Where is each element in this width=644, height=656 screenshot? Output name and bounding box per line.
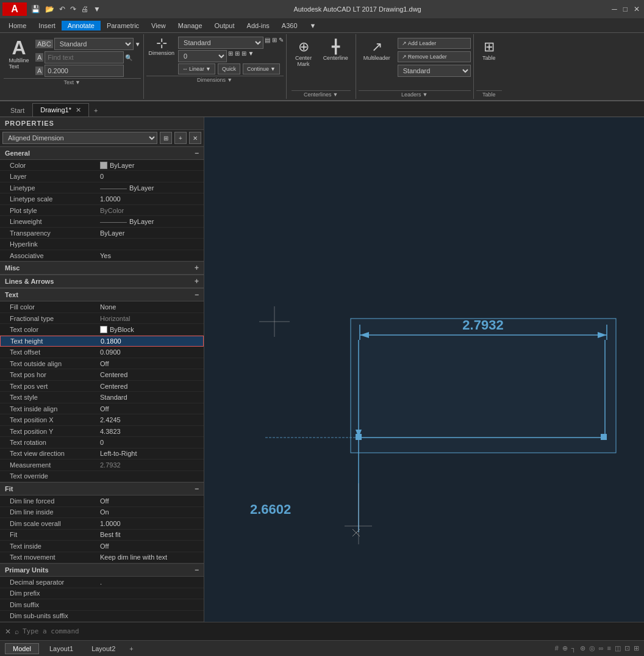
prop-text-outside-align-value[interactable]: Off bbox=[98, 360, 204, 367]
continue-button[interactable]: Continue ▼ bbox=[243, 63, 280, 74]
text-style-dropdown-arrow[interactable]: ▼ bbox=[135, 41, 141, 48]
tab-add[interactable]: + bbox=[89, 104, 102, 117]
prop-btn-grid[interactable]: ⊞ bbox=[160, 132, 172, 144]
status-transparency-icon[interactable]: ◫ bbox=[615, 644, 621, 652]
prop-lineweight-value[interactable]: ———— ByLayer bbox=[98, 218, 204, 225]
table-button[interactable]: ⊞ Table bbox=[477, 38, 501, 62]
grip-bottom-right[interactable] bbox=[601, 434, 607, 440]
status-ortho-icon[interactable]: ┐ bbox=[571, 644, 576, 652]
prop-text-rotation-value[interactable]: 0 bbox=[98, 439, 204, 446]
drawing-canvas[interactable]: 2.7932 2.6602 bbox=[204, 117, 644, 622]
text-section-header[interactable]: Text − bbox=[0, 288, 204, 301]
prop-linetype-value[interactable]: ———— ByLayer bbox=[98, 184, 204, 192]
fit-section-header[interactable]: Fit − bbox=[0, 482, 204, 496]
prop-dim-line-forced-value[interactable]: Off bbox=[98, 497, 204, 505]
status-osnap-icon[interactable]: ◎ bbox=[589, 644, 595, 652]
multileader-button[interactable]: ↗ Multileader bbox=[359, 38, 395, 62]
minimize-btn[interactable]: ─ bbox=[610, 4, 619, 15]
prop-layer-value[interactable]: 0 bbox=[98, 173, 204, 180]
menu-a360[interactable]: A360 bbox=[276, 21, 304, 31]
misc-section-expand[interactable]: + bbox=[195, 264, 199, 272]
prop-text-pos-x-value[interactable]: 2.4245 bbox=[98, 416, 204, 424]
prop-text-pos-vert-value[interactable]: Centered bbox=[98, 383, 204, 390]
prop-text-color-value[interactable]: ByBlock bbox=[98, 326, 204, 333]
prop-color-value[interactable]: ByLayer bbox=[98, 162, 204, 169]
menu-view[interactable]: View bbox=[145, 21, 172, 31]
prop-fill-color-value[interactable]: None bbox=[98, 303, 204, 311]
prop-decimal-separator-value[interactable]: . bbox=[98, 579, 204, 586]
lines-arrows-section-header[interactable]: Lines & Arrows + bbox=[0, 275, 204, 288]
maximize-btn[interactable]: □ bbox=[621, 4, 629, 15]
general-section-collapse[interactable]: − bbox=[195, 149, 199, 157]
status-space-icon[interactable]: ⊞ bbox=[634, 644, 639, 652]
quick-button[interactable]: Quick bbox=[218, 63, 240, 74]
prop-text-style-value[interactable]: Standard bbox=[98, 394, 204, 401]
primary-units-section-header[interactable]: Primary Units − bbox=[0, 563, 204, 577]
leaders-section-label[interactable]: Leaders ▼ bbox=[359, 90, 471, 98]
menu-addins[interactable]: Add-ins bbox=[241, 21, 276, 31]
qa-save[interactable]: 💾 bbox=[29, 4, 42, 15]
status-lineweight-icon[interactable]: ≡ bbox=[607, 644, 611, 652]
qa-open[interactable]: 📂 bbox=[43, 4, 56, 15]
prop-dim-scale-overall-value[interactable]: 1.0000 bbox=[98, 520, 204, 527]
prop-text-height-value[interactable]: 0.1800 bbox=[98, 337, 203, 345]
primary-units-section-collapse[interactable]: − bbox=[195, 566, 199, 574]
prop-text-inside-value[interactable]: Off bbox=[98, 542, 204, 550]
lines-arrows-section-expand[interactable]: + bbox=[195, 277, 199, 286]
centerlines-section-label[interactable]: Centerlines ▼ bbox=[292, 90, 351, 98]
center-mark-button[interactable]: ⊕ CenterMark bbox=[292, 38, 316, 68]
prop-plot-style-value[interactable]: ByColor bbox=[98, 207, 204, 214]
dimensions-label[interactable]: Dimensions ▼ bbox=[146, 76, 284, 83]
prop-text-offset-value[interactable]: 0.0900 bbox=[98, 348, 204, 356]
menu-home[interactable]: Home bbox=[2, 21, 32, 31]
qa-print[interactable]: 🖨 bbox=[79, 4, 90, 15]
prop-text-inside-align-value[interactable]: Off bbox=[98, 405, 204, 413]
layout-add-btn[interactable]: + bbox=[126, 644, 137, 654]
misc-section-header[interactable]: Misc + bbox=[0, 261, 204, 275]
cmd-clear-icon[interactable]: ✕ bbox=[5, 627, 11, 636]
dim-style-dropdown[interactable]: Standard bbox=[178, 37, 263, 49]
object-type-dropdown[interactable]: Aligned Dimension bbox=[2, 132, 157, 144]
prop-btn-close[interactable]: ✕ bbox=[189, 132, 201, 144]
status-snap-icon[interactable]: ⊕ bbox=[562, 644, 568, 652]
fit-section-collapse[interactable]: − bbox=[195, 485, 199, 493]
qa-redo[interactable]: ↷ bbox=[68, 4, 78, 15]
general-section-header[interactable]: General − bbox=[0, 146, 204, 160]
prop-linetype-scale-value[interactable]: 1.0000 bbox=[98, 195, 204, 203]
menu-insert[interactable]: Insert bbox=[32, 21, 62, 31]
menu-annotate[interactable]: Annotate bbox=[62, 21, 101, 31]
prop-measurement-value[interactable]: 2.7932 bbox=[98, 461, 204, 469]
prop-fit-value[interactable]: Best fit bbox=[98, 531, 204, 538]
dim-sub-dropdown[interactable]: 0 bbox=[178, 50, 227, 62]
command-input[interactable] bbox=[23, 627, 639, 635]
status-grid-icon[interactable]: # bbox=[555, 644, 559, 652]
menu-parametric[interactable]: Parametric bbox=[101, 21, 145, 31]
prop-fractional-type-value[interactable]: Horizontal bbox=[98, 315, 204, 322]
qa-undo[interactable]: ↶ bbox=[57, 4, 67, 15]
prop-text-pos-y-value[interactable]: 4.3823 bbox=[98, 428, 204, 435]
qa-dropdown[interactable]: ▼ bbox=[91, 4, 102, 15]
linear-button[interactable]: ↔ Linear ▼ bbox=[178, 63, 215, 74]
tab-start[interactable]: Start bbox=[2, 104, 32, 117]
prop-associative-value[interactable]: Yes bbox=[98, 252, 204, 259]
text-height-input[interactable] bbox=[45, 65, 124, 77]
cmd-search-icon[interactable]: ⌕ bbox=[15, 627, 19, 636]
dimension-button[interactable]: ⊹ Dimension bbox=[146, 35, 177, 74]
menu-more[interactable]: ▼ bbox=[304, 21, 323, 31]
tab-drawing1[interactable]: Drawing1* ✕ bbox=[32, 103, 89, 117]
layout1-tab[interactable]: Layout1 bbox=[41, 643, 81, 654]
find-icon[interactable]: A bbox=[35, 53, 43, 62]
menu-output[interactable]: Output bbox=[209, 21, 241, 31]
centerline-button[interactable]: ╋ Centerline bbox=[321, 38, 351, 62]
find-search-icon[interactable]: 🔍 bbox=[125, 54, 132, 61]
prop-btn-add[interactable]: + bbox=[174, 132, 187, 144]
status-select-icon[interactable]: ⊡ bbox=[624, 644, 630, 652]
prop-text-movement-value[interactable]: Keep dim line with text bbox=[98, 553, 204, 561]
add-leader-button[interactable]: ↗ Add Leader bbox=[398, 38, 471, 49]
status-otrack-icon[interactable]: ∞ bbox=[599, 644, 604, 652]
find-text-input[interactable] bbox=[45, 51, 124, 63]
text-group-label[interactable]: Text ▼ bbox=[4, 78, 141, 85]
abc-icon[interactable]: ABC bbox=[35, 40, 53, 48]
prop-transparency-value[interactable]: ByLayer bbox=[98, 229, 204, 237]
text-style-dropdown[interactable]: Standard bbox=[54, 38, 134, 50]
